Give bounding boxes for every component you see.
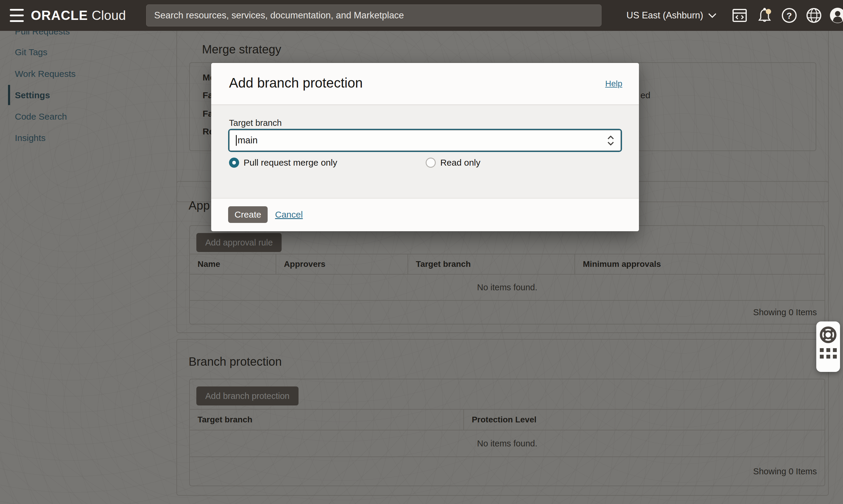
notification-dot xyxy=(766,9,771,14)
add-branch-protection-dialog: Add branch protection Help Target branch… xyxy=(211,63,639,231)
region-label: US East (Ashburn) xyxy=(627,10,703,21)
protection-level-radios: Pull request merge only Read only xyxy=(229,158,480,168)
globe-language-icon[interactable] xyxy=(806,7,822,24)
radio-pull-request-merge-only[interactable] xyxy=(229,158,239,168)
svg-text:?: ? xyxy=(787,11,792,20)
target-branch-value: main xyxy=(238,135,258,146)
dialog-footer: Create Cancel xyxy=(211,198,639,231)
combobox-value-area: main xyxy=(229,130,621,151)
help-question-icon[interactable]: ? xyxy=(781,7,797,24)
dialog-body: Target branch main Pull request merge on… xyxy=(211,105,639,198)
page-body: Pull Requests Git Tags Work Requests Set… xyxy=(0,31,843,504)
logo-oracle-text: ORACLE xyxy=(31,8,88,23)
radio-read-only[interactable] xyxy=(426,158,436,168)
search-input[interactable] xyxy=(146,4,601,26)
top-navigation-bar: ORACLE Cloud US East (Ashburn) xyxy=(0,0,843,31)
cloud-shell-icon[interactable] xyxy=(731,7,748,24)
chevron-down-icon xyxy=(708,13,717,18)
text-cursor xyxy=(236,135,237,146)
create-button[interactable]: Create xyxy=(228,206,268,223)
oracle-cloud-logo[interactable]: ORACLE Cloud xyxy=(31,0,126,31)
dialog-header: Add branch protection Help xyxy=(211,63,639,105)
profile-avatar-icon[interactable] xyxy=(829,7,843,24)
dialog-title: Add branch protection xyxy=(229,75,363,91)
target-branch-combobox[interactable]: main xyxy=(228,129,622,152)
logo-cloud-text: Cloud xyxy=(92,8,126,23)
hamburger-menu-icon[interactable] xyxy=(10,9,24,22)
target-branch-label: Target branch xyxy=(229,118,282,128)
notifications-bell-icon[interactable] xyxy=(756,7,773,24)
life-ring-icon[interactable] xyxy=(820,326,837,343)
oracle-cloud-console: Pull Requests Git Tags Work Requests Set… xyxy=(0,0,843,504)
region-selector[interactable]: US East (Ashburn) xyxy=(627,0,717,31)
cancel-button[interactable]: Cancel xyxy=(275,210,303,220)
help-link[interactable]: Help xyxy=(605,79,622,88)
chevron-down-icon xyxy=(607,142,614,145)
global-search xyxy=(146,4,601,26)
chevron-up-icon xyxy=(607,136,614,140)
combobox-stepper[interactable] xyxy=(607,130,614,151)
support-widget xyxy=(816,322,840,372)
radio-label[interactable]: Pull request merge only xyxy=(244,158,337,168)
app-grid-icon[interactable] xyxy=(820,348,837,359)
radio-label[interactable]: Read only xyxy=(440,158,480,168)
